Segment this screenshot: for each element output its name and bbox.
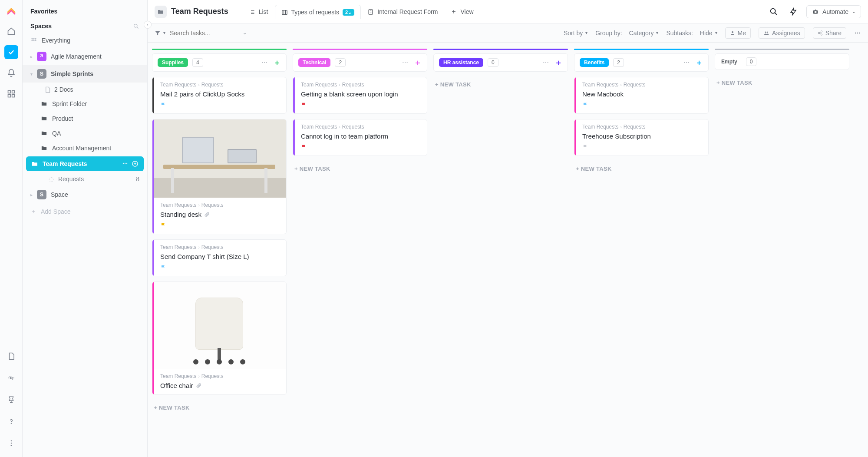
new-task-button[interactable]: + NEW TASK (293, 161, 427, 176)
new-task-button[interactable]: + NEW TASK (433, 77, 568, 92)
column-count: 4 (192, 58, 203, 67)
column-label[interactable]: Empty (720, 57, 742, 66)
task-card[interactable]: Team Requests › Requests Standing desk (152, 119, 287, 234)
more-icon[interactable] (4, 436, 18, 450)
svg-point-9 (134, 24, 138, 27)
column-label[interactable]: Benefits (580, 58, 609, 67)
task-card[interactable]: Team Requests › Requests Getting a blank… (293, 77, 427, 114)
new-task-button[interactable]: + NEW TASK (152, 400, 287, 415)
sidebar-folder-team-requests[interactable]: Team Requests (26, 156, 144, 171)
task-card[interactable]: Team Requests › Requests Send Company T … (152, 239, 287, 276)
sidebar-space[interactable]: ▸ S Space (23, 186, 147, 203)
column-more-icon[interactable] (542, 59, 549, 66)
column-label[interactable]: HR assistance (439, 58, 483, 67)
card-breadcrumb: Team Requests › Requests (582, 124, 702, 130)
folder-team-requests-label: Team Requests (43, 160, 87, 167)
svg-point-15 (35, 40, 36, 41)
goals-icon[interactable] (4, 393, 18, 407)
tab-form[interactable]: Internal Request Form (361, 4, 444, 19)
sidebar-folder-product[interactable]: Product (23, 111, 147, 126)
column-add-task-icon[interactable]: ＋ (273, 57, 281, 68)
search-icon[interactable] (767, 5, 780, 18)
task-card[interactable]: Team Requests › Requests Cannot log in t… (293, 119, 427, 156)
caret-icon: ▸ (30, 192, 33, 197)
priority-flag-icon[interactable] (301, 144, 421, 150)
tab-types[interactable]: Types of requests 2⌄ (275, 5, 361, 19)
svg-point-44 (684, 62, 685, 63)
column-more-icon[interactable] (402, 59, 409, 66)
tab-list[interactable]: List (242, 4, 275, 19)
column-more-icon[interactable] (261, 59, 268, 66)
priority-flag-icon[interactable] (582, 144, 702, 150)
assignees-filter[interactable]: Assignees (759, 27, 805, 39)
app-logo[interactable] (5, 5, 17, 17)
new-task-button[interactable]: + NEW TASK (574, 161, 709, 176)
sidebar-simple-sprints[interactable]: ▾ S Simple Sprints (23, 65, 147, 83)
sidebar-folder-sprint[interactable]: Sprint Folder (23, 96, 147, 111)
column-label[interactable]: Supplies (158, 58, 188, 67)
sidebar-collapse-button[interactable]: ‹ (144, 21, 152, 29)
group-by-button[interactable]: Group by: Category ▾ (595, 30, 658, 36)
svg-point-24 (814, 12, 815, 12)
share-label: Share (825, 30, 842, 36)
docs-icon[interactable] (4, 349, 18, 363)
sidebar-list-requests[interactable]: ◌ Requests 8 (23, 172, 147, 186)
column-add-task-icon[interactable]: ＋ (414, 57, 422, 68)
new-task-button[interactable]: + NEW TASK (715, 75, 849, 90)
group-by-label: Group by: (595, 30, 622, 36)
pulse-icon[interactable] (4, 371, 18, 385)
column-add-task-icon[interactable]: ＋ (695, 57, 703, 68)
view-header: Team Requests List Types of requests 2⌄ … (148, 0, 868, 23)
folder-icon (41, 130, 48, 137)
task-card[interactable]: Team Requests › Requests Treehouse Subsc… (574, 119, 709, 156)
column-add-task-icon[interactable]: ＋ (554, 57, 562, 68)
toolbar-more-icon[interactable] (854, 30, 861, 36)
svg-point-32 (855, 32, 856, 33)
priority-flag-icon[interactable] (301, 102, 421, 108)
priority-flag-icon[interactable] (582, 102, 702, 108)
me-filter[interactable]: Me (725, 27, 751, 39)
apps-icon[interactable] (4, 87, 18, 101)
svg-rect-0 (8, 91, 10, 93)
priority-flag-icon[interactable] (160, 102, 280, 108)
task-search[interactable]: ⌄ (170, 30, 247, 36)
sidebar-folder-account[interactable]: Account Management (23, 141, 147, 156)
svg-point-30 (818, 32, 819, 33)
column-more-icon[interactable] (683, 59, 690, 66)
column-label[interactable]: Technical (298, 58, 330, 67)
kanban-board[interactable]: Supplies 4 ＋ Team Requests › Requests Ma… (148, 43, 868, 457)
priority-flag-icon[interactable] (160, 265, 280, 271)
bolt-icon[interactable] (787, 6, 799, 18)
folder-sprint-label: Sprint Folder (52, 100, 87, 107)
spaces-header[interactable]: Spaces (23, 18, 147, 33)
notifications-icon[interactable] (4, 66, 18, 80)
folder-add-icon[interactable] (132, 160, 139, 167)
sidebar-add-space[interactable]: ＋ Add Space (23, 203, 147, 220)
favorites-header[interactable]: Favorites (23, 3, 147, 18)
task-card[interactable]: Team Requests › Requests Office chair (152, 281, 287, 395)
task-card[interactable]: Team Requests › Requests Mail 2 pairs of… (152, 77, 287, 114)
sidebar-folder-qa[interactable]: QA (23, 126, 147, 141)
priority-flag-icon[interactable] (160, 222, 280, 228)
chevron-down-icon[interactable]: ⌄ (243, 30, 247, 36)
search-input[interactable] (170, 30, 239, 36)
home-icon[interactable] (4, 24, 18, 38)
automate-button[interactable]: Automate ⌄ (806, 5, 861, 18)
svg-point-41 (543, 62, 544, 63)
caret-icon: ▾ (30, 72, 33, 76)
svg-point-17 (125, 163, 125, 164)
sidebar-agile[interactable]: ▸ Agile Management (23, 48, 147, 65)
sort-by-button[interactable]: Sort by ▾ (564, 30, 587, 36)
svg-point-8 (10, 445, 12, 446)
task-card[interactable]: Team Requests › Requests New Macbook (574, 77, 709, 114)
folder-more-icon[interactable] (122, 160, 128, 167)
subtasks-button[interactable]: Subtasks: Hide ▾ (666, 30, 717, 36)
sidebar-everything[interactable]: Everything (23, 33, 147, 48)
sidebar-docs-link[interactable]: 2 Docs (40, 83, 147, 96)
search-icon[interactable] (133, 23, 139, 30)
filter-button[interactable]: ▾ (155, 30, 165, 36)
tasks-icon[interactable] (4, 45, 18, 59)
tab-add-view[interactable]: ＋ View (444, 4, 480, 19)
help-icon[interactable] (4, 414, 18, 428)
share-button[interactable]: Share (813, 27, 846, 39)
